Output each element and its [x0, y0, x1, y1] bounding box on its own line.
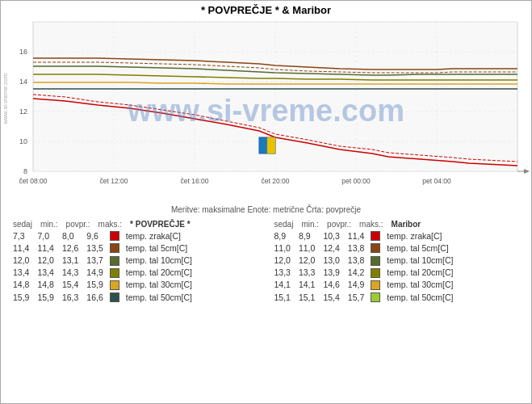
maribor-header-sedaj: sedaj — [270, 219, 298, 229]
table-row: 8,98,910,311,4temp. zraka[C] — [270, 229, 458, 242]
cell-sedaj: 13,3 — [270, 267, 295, 279]
cell-maks: 14,9 — [344, 279, 368, 291]
maribor-header-row: sedaj min.: povpr.: maks.: Maribor — [270, 219, 425, 229]
cell-povpr: 10,3 — [319, 229, 343, 242]
table-row: 11,011,012,413,8temp. tal 5cm[C] — [270, 242, 458, 254]
maribor-header-min: min.: — [297, 219, 323, 229]
cell-min: 7,0 — [33, 229, 57, 242]
cell-povpr: 12,6 — [58, 242, 82, 254]
cell-maks: 14,2 — [344, 267, 368, 279]
cell-swatch — [107, 254, 122, 266]
cell-maks: 11,4 — [344, 229, 368, 242]
cell-povpr: 13,1 — [58, 254, 82, 266]
cell-label: temp. tal 20cm[C] — [383, 267, 457, 279]
cell-label: temp. tal 50cm[C] — [122, 291, 196, 303]
cell-sedaj: 14,8 — [9, 279, 33, 291]
cell-povpr: 13,9 — [319, 267, 343, 279]
cell-maks: 13,8 — [344, 242, 368, 254]
table-row: 14,814,815,415,9temp. tal 30cm[C] — [9, 279, 196, 291]
svg-text:14: 14 — [19, 78, 27, 86]
svg-text:čet 20:00: čet 20:00 — [262, 177, 290, 185]
povprecje-header-row: sedaj min.: povpr.: maks.: * POVPREČJE * — [9, 219, 195, 229]
cell-maks: 13,5 — [82, 242, 107, 254]
chart-wrapper: www.si-vreme.com 8 10 12 14 16 — [1, 18, 531, 204]
header-sedaj: sedaj — [9, 219, 36, 229]
svg-text:8: 8 — [23, 167, 27, 175]
povprecje-block: sedaj min.: povpr.: maks.: * POVPREČJE *… — [9, 219, 262, 303]
header-maks: maks.: — [94, 219, 126, 229]
svg-marker-20 — [524, 169, 530, 174]
header-title-povp: * POVPREČJE * — [126, 219, 194, 229]
svg-text:16: 16 — [19, 48, 27, 56]
cell-maks: 9,6 — [82, 229, 107, 242]
cell-label: temp. zraka[C] — [383, 229, 457, 242]
cell-label: temp. tal 10cm[C] — [383, 254, 457, 266]
cell-swatch — [368, 291, 383, 303]
svg-text:pet 00:00: pet 00:00 — [341, 177, 371, 185]
cell-swatch — [107, 229, 122, 242]
cell-sedaj: 11,4 — [9, 242, 33, 254]
table-row: 15,115,115,415,7temp. tal 50cm[C] — [270, 291, 458, 303]
svg-text:čet 12:00: čet 12:00 — [100, 177, 128, 185]
cell-povpr: 12,4 — [319, 242, 343, 254]
cell-maks: 15,7 — [344, 291, 368, 303]
cell-label: temp. tal 5cm[C] — [122, 242, 196, 254]
svg-text:10: 10 — [19, 137, 27, 145]
cell-povpr: 15,4 — [319, 291, 343, 303]
cell-min: 11,4 — [33, 242, 57, 254]
table-row: 11,411,412,613,5temp. tal 5cm[C] — [9, 242, 196, 254]
cell-sedaj: 15,9 — [9, 291, 33, 303]
table-row: 12,012,013,013,8temp. tal 10cm[C] — [270, 254, 458, 266]
cell-min: 12,0 — [295, 254, 319, 266]
header-min: min.: — [36, 219, 62, 229]
cell-min: 13,4 — [33, 267, 57, 279]
cell-sedaj: 7,3 — [9, 229, 33, 242]
cell-swatch — [107, 242, 122, 254]
main-container: * POVPREČJE * & Maribor www.si-vreme.com… — [0, 0, 532, 404]
cell-label: temp. tal 10cm[C] — [122, 254, 196, 266]
cell-sedaj: 8,9 — [270, 229, 295, 242]
cell-min: 11,0 — [295, 242, 319, 254]
chart-svg: 8 10 12 14 16 — [1, 18, 532, 202]
cell-label: temp. tal 30cm[C] — [383, 279, 457, 291]
table-row: 13,313,313,914,2temp. tal 20cm[C] — [270, 267, 458, 279]
chart-subtitle: Meritve: maksimalne Enote: metrične Črta… — [1, 204, 531, 216]
cell-sedaj: 14,1 — [270, 279, 295, 291]
cell-sedaj: 12,0 — [9, 254, 33, 266]
cell-label: temp. tal 20cm[C] — [122, 267, 196, 279]
cell-sedaj: 13,4 — [9, 267, 33, 279]
cell-swatch — [368, 267, 383, 279]
cell-label: temp. tal 5cm[C] — [383, 242, 457, 254]
cell-swatch — [107, 267, 122, 279]
cell-maks: 16,6 — [82, 291, 107, 303]
cell-povpr: 14,6 — [319, 279, 343, 291]
cell-swatch — [368, 229, 383, 242]
cell-sedaj: 15,1 — [270, 291, 295, 303]
data-section: sedaj min.: povpr.: maks.: * POVPREČJE *… — [1, 216, 531, 306]
cell-povpr: 8,0 — [58, 229, 82, 242]
cell-maks: 15,9 — [82, 279, 107, 291]
table-row: 7,37,08,09,6temp. zraka[C] — [9, 229, 196, 242]
cell-maks: 14,9 — [82, 267, 107, 279]
svg-text:www.si-vreme.com: www.si-vreme.com — [2, 74, 9, 125]
maribor-header-maks: maks.: — [355, 219, 387, 229]
header-povpr: povpr.: — [62, 219, 94, 229]
cell-label: temp. tal 50cm[C] — [383, 291, 457, 303]
table-row: 15,915,916,316,6temp. tal 50cm[C] — [9, 291, 196, 303]
svg-text:12: 12 — [19, 107, 27, 116]
cell-min: 14,1 — [295, 279, 319, 291]
cell-min: 13,3 — [295, 267, 319, 279]
cell-label: temp. zraka[C] — [122, 229, 196, 242]
cell-maks: 13,8 — [344, 254, 368, 266]
cell-swatch — [107, 279, 122, 291]
maribor-block: sedaj min.: povpr.: maks.: Maribor 8,98,… — [270, 219, 524, 303]
table-row: 12,012,013,113,7temp. tal 10cm[C] — [9, 254, 196, 266]
cell-swatch — [368, 254, 383, 266]
cell-swatch — [368, 279, 383, 291]
povprecje-rows: 7,37,08,09,6temp. zraka[C]11,411,412,613… — [9, 229, 262, 303]
cell-sedaj: 11,0 — [270, 242, 295, 254]
maribor-rows: 8,98,910,311,4temp. zraka[C]11,011,012,4… — [270, 229, 524, 303]
table-row: 14,114,114,614,9temp. tal 30cm[C] — [270, 279, 458, 291]
maribor-header-povpr: povpr.: — [323, 219, 355, 229]
cell-sedaj: 12,0 — [270, 254, 295, 266]
